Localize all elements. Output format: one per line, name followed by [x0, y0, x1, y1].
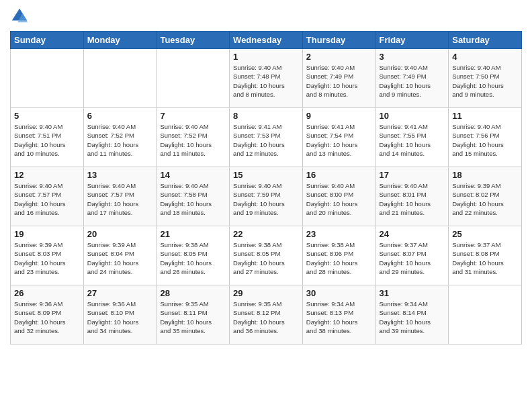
day-cell: 13Sunrise: 9:40 AM Sunset: 7:57 PM Dayli… [83, 167, 157, 226]
day-number: 2 [306, 52, 372, 62]
weekday-header-row: SundayMondayTuesdayWednesdayThursdayFrid… [11, 32, 522, 49]
day-number: 23 [306, 229, 372, 239]
day-info: Sunrise: 9:40 AM Sunset: 7:52 PM Dayligh… [87, 122, 153, 158]
day-cell: 22Sunrise: 9:38 AM Sunset: 8:05 PM Dayli… [230, 226, 303, 285]
day-cell: 4Sunrise: 9:40 AM Sunset: 7:50 PM Daylig… [449, 49, 522, 108]
day-cell: 12Sunrise: 9:40 AM Sunset: 7:57 PM Dayli… [11, 167, 84, 226]
day-number: 16 [306, 170, 372, 180]
day-cell: 8Sunrise: 9:41 AM Sunset: 7:53 PM Daylig… [230, 108, 303, 167]
week-row-2: 5Sunrise: 9:40 AM Sunset: 7:51 PM Daylig… [11, 108, 522, 167]
page: SundayMondayTuesdayWednesdayThursdayFrid… [0, 0, 532, 411]
day-info: Sunrise: 9:34 AM Sunset: 8:13 PM Dayligh… [306, 300, 372, 335]
weekday-header-monday: Monday [83, 32, 157, 49]
day-number: 15 [233, 170, 299, 180]
day-number: 22 [233, 229, 299, 239]
day-cell [157, 49, 230, 108]
day-info: Sunrise: 9:38 AM Sunset: 8:05 PM Dayligh… [233, 240, 299, 276]
day-cell: 11Sunrise: 9:40 AM Sunset: 7:56 PM Dayli… [449, 108, 522, 167]
day-cell: 21Sunrise: 9:38 AM Sunset: 8:05 PM Dayli… [157, 226, 230, 285]
day-number: 19 [14, 229, 80, 239]
day-info: Sunrise: 9:35 AM Sunset: 8:12 PM Dayligh… [233, 300, 299, 335]
day-number: 14 [160, 170, 226, 180]
day-cell: 31Sunrise: 9:34 AM Sunset: 8:14 PM Dayli… [375, 285, 449, 345]
day-info: Sunrise: 9:38 AM Sunset: 8:06 PM Dayligh… [306, 240, 372, 276]
day-number: 8 [233, 111, 299, 121]
day-number: 10 [380, 111, 445, 121]
day-cell: 15Sunrise: 9:40 AM Sunset: 7:59 PM Dayli… [230, 167, 303, 226]
week-row-1: 1Sunrise: 9:40 AM Sunset: 7:48 PM Daylig… [11, 49, 522, 108]
day-cell: 29Sunrise: 9:35 AM Sunset: 8:12 PM Dayli… [230, 285, 303, 345]
day-number: 1 [233, 52, 299, 62]
day-info: Sunrise: 9:36 AM Sunset: 8:10 PM Dayligh… [87, 300, 153, 335]
day-info: Sunrise: 9:40 AM Sunset: 7:50 PM Dayligh… [452, 63, 518, 99]
day-number: 18 [452, 170, 518, 180]
day-number: 30 [306, 288, 372, 298]
day-number: 26 [14, 288, 80, 298]
day-info: Sunrise: 9:40 AM Sunset: 7:52 PM Dayligh… [160, 122, 226, 158]
day-number: 4 [452, 52, 518, 62]
day-cell: 17Sunrise: 9:40 AM Sunset: 8:01 PM Dayli… [375, 167, 449, 226]
weekday-header-sunday: Sunday [11, 32, 84, 49]
day-cell: 2Sunrise: 9:40 AM Sunset: 7:49 PM Daylig… [302, 49, 375, 108]
day-info: Sunrise: 9:40 AM Sunset: 7:49 PM Dayligh… [380, 63, 445, 99]
day-info: Sunrise: 9:34 AM Sunset: 8:14 PM Dayligh… [380, 300, 445, 335]
calendar: SundayMondayTuesdayWednesdayThursdayFrid… [10, 31, 522, 345]
day-cell: 18Sunrise: 9:39 AM Sunset: 8:02 PM Dayli… [449, 167, 522, 226]
day-info: Sunrise: 9:40 AM Sunset: 7:49 PM Dayligh… [306, 63, 372, 99]
day-number: 28 [160, 288, 226, 298]
day-cell: 1Sunrise: 9:40 AM Sunset: 7:48 PM Daylig… [230, 49, 303, 108]
day-cell: 16Sunrise: 9:40 AM Sunset: 8:00 PM Dayli… [302, 167, 375, 226]
day-info: Sunrise: 9:40 AM Sunset: 7:56 PM Dayligh… [452, 122, 518, 158]
day-info: Sunrise: 9:40 AM Sunset: 8:00 PM Dayligh… [306, 181, 372, 217]
day-cell: 28Sunrise: 9:35 AM Sunset: 8:11 PM Dayli… [157, 285, 230, 345]
day-info: Sunrise: 9:39 AM Sunset: 8:03 PM Dayligh… [14, 240, 80, 276]
day-cell: 9Sunrise: 9:41 AM Sunset: 7:54 PM Daylig… [302, 108, 375, 167]
day-number: 25 [452, 229, 518, 239]
day-info: Sunrise: 9:41 AM Sunset: 7:53 PM Dayligh… [233, 122, 299, 158]
day-info: Sunrise: 9:41 AM Sunset: 7:54 PM Dayligh… [306, 122, 372, 158]
day-number: 27 [87, 288, 153, 298]
day-number: 5 [14, 111, 80, 121]
day-info: Sunrise: 9:37 AM Sunset: 8:07 PM Dayligh… [380, 240, 445, 276]
day-number: 13 [87, 170, 153, 180]
day-number: 11 [452, 111, 518, 121]
day-cell: 26Sunrise: 9:36 AM Sunset: 8:09 PM Dayli… [11, 285, 84, 345]
day-number: 3 [380, 52, 445, 62]
day-number: 20 [87, 229, 153, 239]
day-info: Sunrise: 9:36 AM Sunset: 8:09 PM Dayligh… [14, 300, 80, 335]
weekday-header-tuesday: Tuesday [157, 32, 230, 49]
day-number: 21 [160, 229, 226, 239]
day-info: Sunrise: 9:40 AM Sunset: 7:48 PM Dayligh… [233, 63, 299, 99]
day-cell: 3Sunrise: 9:40 AM Sunset: 7:49 PM Daylig… [375, 49, 449, 108]
weekday-header-saturday: Saturday [449, 32, 522, 49]
day-info: Sunrise: 9:40 AM Sunset: 7:59 PM Dayligh… [233, 181, 299, 217]
day-cell: 10Sunrise: 9:41 AM Sunset: 7:55 PM Dayli… [375, 108, 449, 167]
weekday-header-wednesday: Wednesday [230, 32, 303, 49]
logo [10, 7, 32, 26]
day-info: Sunrise: 9:39 AM Sunset: 8:04 PM Dayligh… [87, 240, 153, 276]
day-cell: 6Sunrise: 9:40 AM Sunset: 7:52 PM Daylig… [83, 108, 157, 167]
day-cell [449, 285, 522, 345]
day-number: 6 [87, 111, 153, 121]
day-cell [83, 49, 157, 108]
weekday-header-thursday: Thursday [302, 32, 375, 49]
day-cell: 23Sunrise: 9:38 AM Sunset: 8:06 PM Dayli… [302, 226, 375, 285]
day-info: Sunrise: 9:41 AM Sunset: 7:55 PM Dayligh… [380, 122, 445, 158]
day-cell: 5Sunrise: 9:40 AM Sunset: 7:51 PM Daylig… [11, 108, 84, 167]
day-cell: 25Sunrise: 9:37 AM Sunset: 8:08 PM Dayli… [449, 226, 522, 285]
weekday-header-friday: Friday [375, 32, 449, 49]
day-info: Sunrise: 9:38 AM Sunset: 8:05 PM Dayligh… [160, 240, 226, 276]
logo-icon [10, 7, 29, 26]
day-info: Sunrise: 9:40 AM Sunset: 7:58 PM Dayligh… [160, 181, 226, 217]
day-number: 17 [380, 170, 445, 180]
week-row-5: 26Sunrise: 9:36 AM Sunset: 8:09 PM Dayli… [11, 285, 522, 345]
day-number: 9 [306, 111, 372, 121]
header [10, 7, 522, 26]
day-number: 31 [380, 288, 445, 298]
day-number: 7 [160, 111, 226, 121]
week-row-4: 19Sunrise: 9:39 AM Sunset: 8:03 PM Dayli… [11, 226, 522, 285]
day-cell: 27Sunrise: 9:36 AM Sunset: 8:10 PM Dayli… [83, 285, 157, 345]
day-cell: 7Sunrise: 9:40 AM Sunset: 7:52 PM Daylig… [157, 108, 230, 167]
week-row-3: 12Sunrise: 9:40 AM Sunset: 7:57 PM Dayli… [11, 167, 522, 226]
day-cell: 20Sunrise: 9:39 AM Sunset: 8:04 PM Dayli… [83, 226, 157, 285]
